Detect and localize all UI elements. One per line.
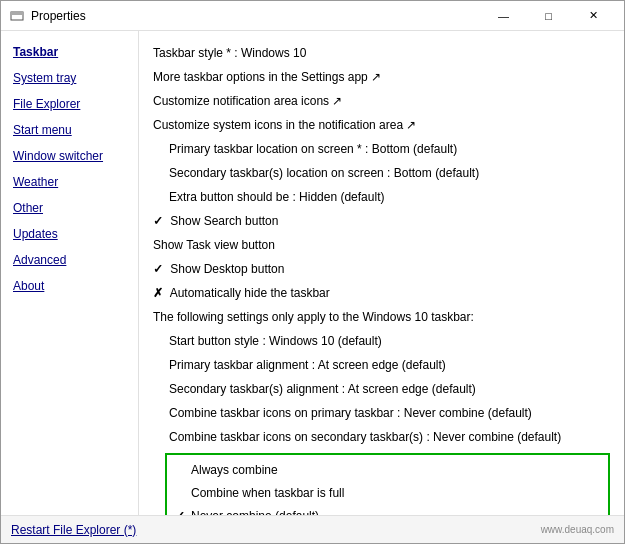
sidebar: TaskbarSystem trayFile ExplorerStart men… [1, 31, 139, 515]
sidebar-item-start-menu[interactable]: Start menu [1, 117, 138, 143]
watermark: www.deuaq.com [541, 524, 614, 535]
window-controls: — □ ✕ [481, 1, 616, 31]
setting-row: Primary taskbar alignment : At screen ed… [153, 353, 610, 377]
footer: Restart File Explorer (*) www.deuaq.com [1, 515, 624, 543]
content-area: TaskbarSystem trayFile ExplorerStart men… [1, 31, 624, 515]
setting-row: Extra button should be : Hidden (default… [153, 185, 610, 209]
sidebar-item-window-switcher[interactable]: Window switcher [1, 143, 138, 169]
setting-row: The following settings only apply to the… [153, 305, 610, 329]
close-button[interactable]: ✕ [571, 1, 616, 31]
setting-row: Start button style : Windows 10 (default… [153, 329, 610, 353]
app-icon [9, 8, 25, 24]
setting-row: Secondary taskbar(s) location on screen … [153, 161, 610, 185]
setting-row: ✓ Show Desktop button [153, 257, 610, 281]
combine-options-section: Always combine Combine when taskbar is f… [165, 453, 610, 515]
properties-window: Properties — □ ✕ TaskbarSystem trayFile … [0, 0, 625, 544]
sidebar-item-file-explorer[interactable]: File Explorer [1, 91, 138, 117]
setting-row: Secondary taskbar(s) alignment : At scre… [153, 377, 610, 401]
minimize-button[interactable]: — [481, 1, 526, 31]
maximize-button[interactable]: □ [526, 1, 571, 31]
sidebar-item-updates[interactable]: Updates [1, 221, 138, 247]
window-title: Properties [31, 9, 481, 23]
sidebar-item-weather[interactable]: Weather [1, 169, 138, 195]
sidebar-item-advanced[interactable]: Advanced [1, 247, 138, 273]
setting-row: ✗ Automatically hide the taskbar [153, 281, 610, 305]
combine-option-row[interactable]: Always combine [175, 459, 600, 482]
setting-row: Customize notification area icons ↗ [153, 89, 610, 113]
combine-option-row[interactable]: ✓ Never combine (default) [175, 505, 600, 515]
svg-rect-1 [11, 12, 23, 15]
setting-row: Primary taskbar location on screen * : B… [153, 137, 610, 161]
setting-row: More taskbar options in the Settings app… [153, 65, 610, 89]
sidebar-item-taskbar[interactable]: Taskbar [1, 39, 138, 65]
sidebar-item-about[interactable]: About [1, 273, 138, 299]
setting-row: Taskbar style * : Windows 10 [153, 41, 610, 65]
sidebar-item-other[interactable]: Other [1, 195, 138, 221]
setting-row: Combine taskbar icons on secondary taskb… [153, 425, 610, 449]
setting-row: Combine taskbar icons on primary taskbar… [153, 401, 610, 425]
setting-row: Show Task view button [153, 233, 610, 257]
restart-file-explorer-link[interactable]: Restart File Explorer (*) [11, 523, 136, 537]
setting-row: Customize system icons in the notificati… [153, 113, 610, 137]
main-panel: Taskbar style * : Windows 10More taskbar… [139, 31, 624, 515]
titlebar: Properties — □ ✕ [1, 1, 624, 31]
combine-option-row[interactable]: Combine when taskbar is full [175, 482, 600, 505]
setting-row: ✓ Show Search button [153, 209, 610, 233]
sidebar-item-system-tray[interactable]: System tray [1, 65, 138, 91]
